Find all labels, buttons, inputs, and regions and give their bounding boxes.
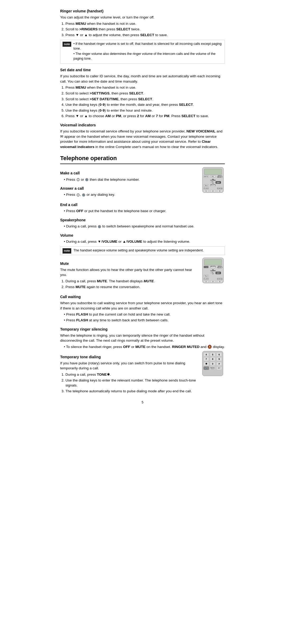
- svg-text:TALK: TALK: [205, 185, 208, 186]
- svg-text:✱: ✱: [205, 362, 207, 365]
- end-call-bullets: Press OFF or put the handset to the tele…: [64, 208, 225, 214]
- set-date-time-intro: If you subscribe to caller ID service, t…: [60, 74, 225, 84]
- handset-diagram-1: MUTE RCL MENU SELECT VOLUME OFF TALK DEL…: [201, 167, 225, 195]
- handset-svg-2: MUTE DELETE MENU SELECT VOLUME OFF TALK …: [201, 257, 225, 284]
- end-call-title: End a call: [60, 202, 225, 207]
- talk-icon: ☎: [76, 178, 80, 182]
- svg-text:OFF: OFF: [217, 272, 220, 274]
- svg-text:☎: ☎: [77, 194, 79, 196]
- svg-text:INT: INT: [218, 367, 221, 369]
- ringer-volume-note: note If the handset ringer volume is set…: [60, 40, 225, 64]
- svg-text:0: 0: [212, 362, 213, 365]
- svg-text:🔊: 🔊: [82, 194, 85, 196]
- svg-text:CB: CB: [211, 272, 213, 273]
- svg-text:8: 8: [212, 358, 213, 360]
- set-date-time-steps: Press MENU when the handset is not in us…: [65, 85, 225, 118]
- speakerphone-bullets: During a call, press 🔊 to switch between…: [64, 224, 225, 229]
- svg-text:VOLUME: VOLUME: [210, 179, 216, 181]
- temp-tone-steps: During a call, press TONE✱. Use the dial…: [65, 372, 198, 394]
- make-call-title: Make a call: [60, 170, 198, 176]
- svg-text:/PAUSE: /PAUSE: [211, 368, 215, 370]
- svg-text:CANCEL: CANCEL: [217, 188, 223, 189]
- ringer-volume-steps: Press MENU when the handset is not in us…: [65, 21, 225, 38]
- svg-text:VOLUME: VOLUME: [210, 270, 216, 271]
- svg-text:🔊: 🔊: [205, 367, 208, 369]
- set-date-time-title: Set date and time: [60, 67, 225, 73]
- note-content: If the handset ringer volume is set to o…: [73, 41, 222, 62]
- speaker-icon2: 🔊: [82, 193, 86, 197]
- keypad-svg: 4 5 6 7 8 9 ✱ 0 # 🔊 REDIAL /PAUSE: [201, 351, 224, 376]
- svg-text:3: 3: [220, 190, 220, 192]
- svg-text:1: 1: [206, 281, 207, 282]
- call-waiting-bullets: Press FLASH to put the current call on h…: [64, 312, 225, 323]
- speaker-icon3: 🔊: [98, 225, 101, 228]
- svg-rect-41: [204, 259, 222, 265]
- make-call-section: Make a call Press ☎ or 🔊 then dial the t…: [60, 167, 225, 198]
- mute-intro: The mute function allows you to hear the…: [60, 267, 198, 278]
- temp-tone-text: Temporary tone dialing If you have pulse…: [60, 351, 198, 395]
- svg-rect-9: [204, 169, 222, 175]
- svg-text:MUTE: MUTE: [204, 266, 208, 268]
- call-waiting-intro: When you subscribe to call waiting servi…: [60, 300, 225, 311]
- answer-call-bullets: Press ☎, 🔊 or any dialing key.: [64, 192, 198, 197]
- volume-title: Volume: [60, 233, 225, 238]
- svg-text:MUTE: MUTE: [204, 176, 208, 177]
- make-call-bullets: Press ☎ or 🔊 then dial the telephone num…: [64, 177, 198, 182]
- call-waiting-title: Call waiting: [60, 294, 225, 299]
- speaker-icon: 🔊: [85, 178, 89, 182]
- svg-text:RCL: RCL: [212, 176, 214, 177]
- svg-text:6: 6: [218, 353, 220, 356]
- svg-text:4: 4: [206, 353, 207, 356]
- volume-bullets: During a call, press ▼/VOLUME or ▲/VOLUM…: [64, 239, 225, 244]
- page-number: 5: [60, 400, 225, 405]
- mute-title: Mute: [60, 261, 198, 266]
- svg-text:DELETE: DELETE: [210, 184, 216, 186]
- temp-tone-section: Temporary tone dialing If you have pulse…: [60, 351, 225, 395]
- svg-text:1: 1: [206, 190, 207, 192]
- handset-diagram-2: MUTE DELETE MENU SELECT VOLUME OFF TALK …: [201, 257, 225, 285]
- svg-text:3: 3: [220, 281, 220, 282]
- svg-text:2: 2: [213, 281, 213, 282]
- ringer-volume-title: Ringer volume (handset): [60, 8, 225, 14]
- telephone-operation-title: Telephone operation: [60, 154, 225, 164]
- svg-text:#: #: [218, 362, 220, 365]
- keypad-diagram: 4 5 6 7 8 9 ✱ 0 # 🔊 REDIAL /PAUSE: [201, 351, 225, 378]
- speakerphone-title: Speakerphone: [60, 217, 225, 223]
- svg-text:🔊: 🔊: [86, 178, 88, 181]
- svg-text:🔊: 🔊: [98, 225, 101, 228]
- svg-text:CB: CB: [211, 181, 213, 183]
- note-label-2: note: [63, 248, 71, 254]
- ringer-volume-intro: You can adjust the ringer volume level, …: [60, 15, 225, 20]
- svg-text:CANCEL: CANCEL: [217, 278, 223, 280]
- voicemail-text: If you subscribe to voicemail service of…: [60, 129, 225, 149]
- svg-text:SELECT: SELECT: [217, 176, 222, 178]
- svg-text:FLASH: FLASH: [204, 278, 208, 280]
- svg-text:TALK: TALK: [205, 275, 208, 277]
- svg-text:☎: ☎: [77, 179, 79, 181]
- svg-text:DELETE: DELETE: [210, 266, 216, 267]
- svg-text:FLASH: FLASH: [204, 188, 208, 189]
- svg-text:7: 7: [206, 358, 207, 360]
- svg-text:2: 2: [213, 190, 213, 192]
- mute-steps: During a call, press MUTE. The handset d…: [65, 279, 198, 289]
- handset-svg-1: MUTE RCL MENU SELECT VOLUME OFF TALK DEL…: [201, 167, 225, 193]
- temp-ringer-title: Temporary ringer silencing: [60, 327, 225, 332]
- svg-text:SELECT: SELECT: [217, 267, 222, 268]
- make-call-text: Make a call Press ☎ or 🔊 then dial the t…: [60, 167, 198, 198]
- volume-note: note The handset earpiece volume setting…: [60, 246, 225, 255]
- note-label: note: [63, 42, 71, 47]
- volume-note-content: The handset earpiece volume setting and …: [73, 248, 222, 253]
- voicemail-title: Voicemail indicators: [60, 122, 225, 128]
- mute-section: Mute The mute function allows you to hea…: [60, 257, 225, 291]
- temp-tone-intro: If you have pulse (rotary) service only,…: [60, 361, 198, 371]
- svg-text:OFF: OFF: [217, 182, 220, 183]
- temp-tone-title: Temporary tone dialing: [60, 354, 198, 360]
- temp-ringer-bullets: To silence the handset ringer, press OFF…: [64, 344, 225, 350]
- talk-icon2: ☎: [76, 193, 80, 197]
- mute-text: Mute The mute function allows you to hea…: [60, 257, 198, 291]
- svg-text:9: 9: [218, 358, 220, 360]
- svg-text:5: 5: [212, 353, 213, 356]
- temp-ringer-intro: When the telephone is ringing, you can t…: [60, 333, 225, 343]
- answer-call-title: Answer a call: [60, 186, 198, 191]
